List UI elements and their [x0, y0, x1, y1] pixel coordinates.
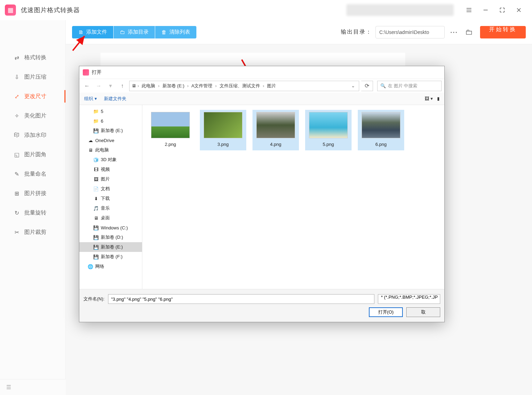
- crumb[interactable]: 新加卷 (E:): [161, 83, 186, 89]
- tree-item[interactable]: 🖥桌面: [79, 213, 142, 223]
- tree-item-label: Windows (C:): [101, 225, 128, 230]
- file-thumbnail: [204, 112, 242, 138]
- file-thumbnail: [362, 112, 400, 138]
- tree-item[interactable]: ⬇下载: [79, 194, 142, 203]
- file-name: 2.png: [165, 142, 176, 147]
- stitch-icon: ⊞: [13, 190, 20, 197]
- tree-item[interactable]: 📄文档: [79, 184, 142, 194]
- crumb[interactable]: 文件压缩、测试文件: [218, 83, 261, 89]
- file-filter-select[interactable]: * (*.PNG;*.BMP;*.JPEG;*.JP: [378, 294, 440, 304]
- output-path-input[interactable]: [375, 26, 445, 38]
- sidebar-item-label: 图片拼接: [24, 190, 46, 197]
- file-item[interactable]: 5.png: [305, 110, 352, 150]
- crumb[interactable]: 图片: [266, 83, 277, 89]
- add-dir-button[interactable]: 🗀添加目录: [114, 26, 155, 38]
- tree-item[interactable]: 💾Windows (C:): [79, 223, 142, 232]
- search-input[interactable]: 🔍 在 图片 中搜索: [377, 81, 442, 91]
- view-mode-icon[interactable]: 🖼 ▾: [425, 96, 433, 101]
- tree-item[interactable]: 📁6: [79, 116, 142, 126]
- file-item[interactable]: 2.png: [147, 110, 194, 150]
- drive-icon: 💾: [93, 245, 99, 250]
- tree-item[interactable]: ☁OneDrive: [79, 135, 142, 145]
- start-button[interactable]: 开始转换: [480, 26, 526, 38]
- dialog-titlebar: 打开: [79, 66, 444, 79]
- nav-back-icon[interactable]: ←: [82, 81, 92, 91]
- sidebar-item-label: 添加水印: [24, 132, 46, 139]
- minimize-icon[interactable]: [477, 3, 494, 17]
- organize-menu[interactable]: 组织 ▾: [84, 96, 97, 102]
- tree-item-label: 5: [101, 109, 103, 114]
- nav-history-icon[interactable]: ▾: [106, 81, 115, 91]
- sidebar-item-label: 图片裁剪: [24, 229, 46, 236]
- 3d-icon: 🧊: [93, 157, 99, 163]
- sidebar-item-compress[interactable]: ⇩图片压缩: [0, 67, 65, 87]
- tree-item-label: 视频: [101, 166, 110, 173]
- convert-icon: ⇄: [13, 54, 20, 61]
- tree-item-label: 新加卷 (D:): [101, 234, 123, 240]
- maximize-icon[interactable]: [494, 3, 511, 17]
- sidebar-item-watermark[interactable]: 印添加水印: [0, 125, 65, 145]
- network-icon: 🌐: [88, 264, 93, 269]
- cancel-button[interactable]: 取: [406, 307, 440, 317]
- music-icon: 🎵: [93, 206, 99, 211]
- file-name: 3.png: [218, 142, 229, 147]
- file-item[interactable]: 4.png: [252, 110, 299, 150]
- sidebar-item-crop[interactable]: ✂图片裁剪: [0, 222, 65, 242]
- tree-item[interactable]: 🎵音乐: [79, 203, 142, 213]
- more-icon[interactable]: ⋯: [447, 26, 460, 38]
- crumb[interactable]: 此电脑: [140, 83, 157, 89]
- sidebar-item-label: 美化图片: [24, 112, 46, 120]
- sidebar-item-stitch[interactable]: ⊞图片拼接: [0, 184, 65, 203]
- tree-item[interactable]: 💾新加卷 (F:): [79, 252, 142, 262]
- nav-forward-icon[interactable]: →: [94, 81, 104, 91]
- breadcrumb[interactable]: 🖥 › 此电脑› 新加卷 (E:)› A文件管理› 文件压缩、测试文件› 图片 …: [129, 81, 359, 91]
- sidebar-item-resize[interactable]: ⤢更改尺寸: [0, 87, 65, 106]
- tree-item[interactable]: 🧊3D 对象: [79, 155, 142, 165]
- close-icon[interactable]: [511, 3, 527, 17]
- crumb[interactable]: A文件管理: [190, 83, 214, 89]
- tree-item[interactable]: 🖼图片: [79, 174, 142, 184]
- dialog-footer: 文件名(N): * (*.PNG;*.BMP;*.JPEG;*.JP 打开(O)…: [79, 289, 444, 322]
- help-icon[interactable]: ▮: [437, 96, 440, 101]
- sidebar-item-rename[interactable]: ✎批量命名: [0, 164, 65, 184]
- nav-up-icon[interactable]: ↑: [117, 81, 127, 91]
- browse-folder-icon[interactable]: 🗀: [463, 26, 475, 38]
- download-icon: ⬇: [93, 196, 99, 201]
- clear-button[interactable]: 🗑清除列表: [155, 26, 196, 38]
- drive-icon: 💾: [93, 128, 99, 133]
- tree-item-label: 下载: [101, 195, 110, 202]
- app-title: 优速图片格式转换器: [21, 6, 80, 14]
- output-label: 输出目录：: [341, 28, 372, 36]
- tree-item[interactable]: 📁5: [79, 106, 142, 116]
- refresh-icon[interactable]: ⟳: [361, 81, 373, 91]
- tree-item[interactable]: 💾新加卷 (D:): [79, 232, 142, 242]
- file-item[interactable]: 3.png: [200, 110, 246, 150]
- tree-item[interactable]: 💾新加卷 (E:): [79, 126, 142, 135]
- folder-tree[interactable]: 📁5📁6💾新加卷 (E:)☁OneDrive🖥此电脑🧊3D 对象🎞视频🖼图片📄文…: [79, 105, 142, 289]
- resize-icon: ⤢: [13, 93, 20, 100]
- file-grid[interactable]: 2.png3.png4.png5.png6.png: [142, 105, 444, 289]
- sidebar-item-format[interactable]: ⇄格式转换: [0, 48, 65, 67]
- open-button[interactable]: 打开(O): [369, 307, 403, 317]
- new-folder-button[interactable]: 新建文件夹: [104, 96, 126, 102]
- tree-item[interactable]: 💾新加卷 (E:): [79, 242, 142, 252]
- tree-item-label: 文档: [101, 186, 110, 192]
- filename-input[interactable]: [108, 294, 374, 304]
- add-file-button[interactable]: 🗎添加文件: [72, 26, 113, 38]
- file-item[interactable]: 6.png: [358, 110, 404, 150]
- sidebar-item-beautify[interactable]: ✧美化图片: [0, 106, 65, 125]
- sidebar-item-corner[interactable]: ◱图片圆角: [0, 145, 65, 164]
- tree-item[interactable]: 🎞视频: [79, 165, 142, 174]
- rotate-icon: ↻: [13, 209, 20, 216]
- statusbar: ☰: [0, 379, 66, 395]
- sidebar-item-rotate[interactable]: ↻批量旋转: [0, 203, 65, 222]
- sidebar-item-label: 更改尺寸: [24, 93, 46, 100]
- menu-icon[interactable]: [461, 3, 477, 17]
- tree-item[interactable]: 🌐网络: [79, 262, 142, 271]
- tree-item-label: 新加卷 (E:): [101, 244, 123, 250]
- tree-item[interactable]: 🖥此电脑: [79, 145, 142, 155]
- tree-item-label: 网络: [95, 263, 104, 270]
- dialog-navbar: ← → ▾ ↑ 🖥 › 此电脑› 新加卷 (E:)› A文件管理› 文件压缩、测…: [79, 79, 444, 93]
- tree-item-label: OneDrive: [95, 138, 114, 143]
- chevron-down-icon[interactable]: ⌄: [349, 83, 357, 88]
